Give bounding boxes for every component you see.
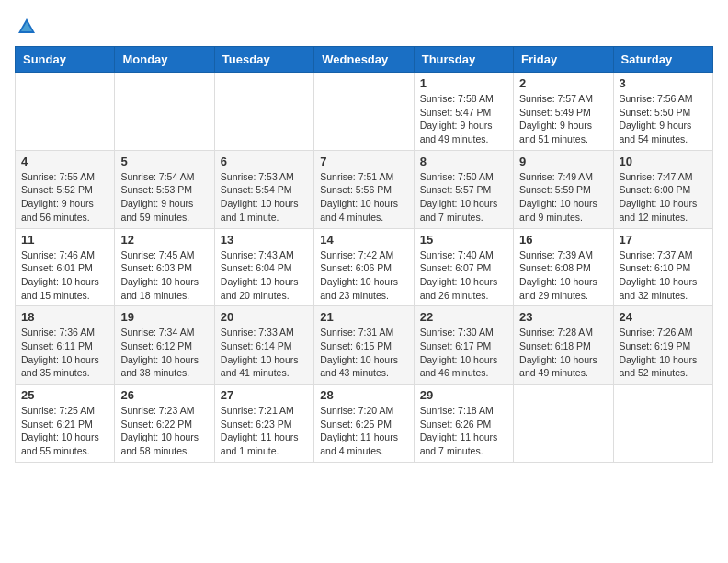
calendar-cell (613, 385, 712, 463)
day-number: 1 (420, 76, 507, 90)
calendar-cell: 11Sunrise: 7:46 AMSunset: 6:01 PMDayligh… (16, 228, 115, 306)
header-day-friday: Friday (514, 47, 613, 73)
page-header (15, 15, 713, 37)
calendar-cell (214, 73, 313, 151)
calendar-week-3: 11Sunrise: 7:46 AMSunset: 6:01 PMDayligh… (16, 228, 713, 306)
calendar-cell: 9Sunrise: 7:49 AMSunset: 5:59 PMDaylight… (514, 150, 613, 228)
day-number: 8 (420, 155, 507, 168)
calendar-cell: 20Sunrise: 7:33 AMSunset: 6:14 PMDayligh… (214, 306, 313, 385)
calendar-cell: 21Sunrise: 7:31 AMSunset: 6:15 PMDayligh… (314, 306, 414, 385)
day-number: 27 (221, 388, 308, 402)
header-day-thursday: Thursday (414, 47, 513, 73)
calendar-cell: 18Sunrise: 7:36 AMSunset: 6:11 PMDayligh… (16, 306, 115, 385)
calendar-cell: 5Sunrise: 7:54 AMSunset: 5:53 PMDaylight… (115, 150, 214, 228)
day-info: Sunrise: 7:36 AMSunset: 6:11 PMDaylight:… (21, 326, 108, 380)
day-info: Sunrise: 7:21 AMSunset: 6:23 PMDaylight:… (221, 404, 308, 458)
header-day-wednesday: Wednesday (314, 47, 414, 73)
day-number: 12 (120, 233, 208, 247)
calendar-cell: 3Sunrise: 7:56 AMSunset: 5:50 PMDaylight… (613, 73, 712, 151)
calendar-week-2: 4Sunrise: 7:55 AMSunset: 5:52 PMDaylight… (16, 150, 713, 228)
day-number: 17 (620, 233, 707, 247)
calendar-cell (16, 73, 115, 151)
calendar-cell (314, 73, 414, 151)
calendar-cell: 17Sunrise: 7:37 AMSunset: 6:10 PMDayligh… (613, 228, 712, 306)
calendar-cell (514, 385, 613, 463)
day-number: 25 (21, 388, 108, 402)
header-day-monday: Monday (115, 47, 214, 73)
calendar-cell: 1Sunrise: 7:58 AMSunset: 5:47 PMDaylight… (414, 73, 513, 151)
header-day-tuesday: Tuesday (214, 47, 313, 73)
calendar-cell: 29Sunrise: 7:18 AMSunset: 6:26 PMDayligh… (414, 385, 513, 463)
calendar-cell: 6Sunrise: 7:53 AMSunset: 5:54 PMDaylight… (214, 150, 313, 228)
day-info: Sunrise: 7:53 AMSunset: 5:54 PMDaylight:… (221, 170, 308, 224)
day-number: 29 (420, 388, 507, 402)
day-number: 10 (620, 155, 707, 168)
day-number: 7 (320, 155, 407, 168)
calendar-cell (115, 73, 214, 151)
day-info: Sunrise: 7:58 AMSunset: 5:47 PMDaylight:… (420, 92, 507, 146)
day-info: Sunrise: 7:49 AMSunset: 5:59 PMDaylight:… (519, 170, 607, 224)
calendar-cell: 25Sunrise: 7:25 AMSunset: 6:21 PMDayligh… (16, 385, 115, 463)
calendar-cell: 2Sunrise: 7:57 AMSunset: 5:49 PMDaylight… (514, 73, 613, 151)
day-number: 24 (620, 310, 707, 324)
day-number: 11 (21, 233, 108, 247)
day-info: Sunrise: 7:42 AMSunset: 6:06 PMDaylight:… (320, 248, 407, 303)
header-day-sunday: Sunday (16, 47, 115, 73)
day-info: Sunrise: 7:43 AMSunset: 6:04 PMDaylight:… (221, 248, 308, 303)
day-info: Sunrise: 7:50 AMSunset: 5:57 PMDaylight:… (420, 170, 507, 224)
day-number: 16 (519, 233, 607, 247)
day-number: 20 (221, 310, 308, 324)
logo (15, 15, 37, 37)
calendar-cell: 28Sunrise: 7:20 AMSunset: 6:25 PMDayligh… (314, 385, 414, 463)
calendar-cell: 10Sunrise: 7:47 AMSunset: 6:00 PMDayligh… (613, 150, 712, 228)
calendar-header-row: SundayMondayTuesdayWednesdayThursdayFrid… (16, 47, 713, 73)
day-info: Sunrise: 7:56 AMSunset: 5:50 PMDaylight:… (620, 92, 707, 146)
day-number: 6 (221, 155, 308, 168)
calendar-cell: 8Sunrise: 7:50 AMSunset: 5:57 PMDaylight… (414, 150, 513, 228)
calendar-cell: 15Sunrise: 7:40 AMSunset: 6:07 PMDayligh… (414, 228, 513, 306)
calendar-cell: 19Sunrise: 7:34 AMSunset: 6:12 PMDayligh… (115, 306, 214, 385)
calendar-cell: 14Sunrise: 7:42 AMSunset: 6:06 PMDayligh… (314, 228, 414, 306)
day-info: Sunrise: 7:25 AMSunset: 6:21 PMDaylight:… (21, 404, 108, 458)
day-info: Sunrise: 7:54 AMSunset: 5:53 PMDaylight:… (120, 170, 208, 224)
day-info: Sunrise: 7:18 AMSunset: 6:26 PMDaylight:… (420, 404, 507, 458)
day-info: Sunrise: 7:23 AMSunset: 6:22 PMDaylight:… (120, 404, 208, 458)
day-number: 4 (21, 155, 108, 168)
day-number: 18 (21, 310, 108, 324)
day-info: Sunrise: 7:26 AMSunset: 6:19 PMDaylight:… (620, 326, 707, 380)
calendar-week-5: 25Sunrise: 7:25 AMSunset: 6:21 PMDayligh… (16, 385, 713, 463)
calendar-cell: 12Sunrise: 7:45 AMSunset: 6:03 PMDayligh… (115, 228, 214, 306)
day-number: 22 (420, 310, 507, 324)
day-number: 9 (519, 155, 607, 168)
day-info: Sunrise: 7:34 AMSunset: 6:12 PMDaylight:… (120, 326, 208, 380)
calendar-cell: 4Sunrise: 7:55 AMSunset: 5:52 PMDaylight… (16, 150, 115, 228)
day-info: Sunrise: 7:20 AMSunset: 6:25 PMDaylight:… (320, 404, 407, 458)
day-info: Sunrise: 7:40 AMSunset: 6:07 PMDaylight:… (420, 248, 507, 303)
day-number: 26 (120, 388, 208, 402)
day-info: Sunrise: 7:46 AMSunset: 6:01 PMDaylight:… (21, 248, 108, 303)
day-info: Sunrise: 7:45 AMSunset: 6:03 PMDaylight:… (120, 248, 208, 303)
day-info: Sunrise: 7:28 AMSunset: 6:18 PMDaylight:… (519, 326, 607, 380)
day-number: 19 (120, 310, 208, 324)
day-info: Sunrise: 7:47 AMSunset: 6:00 PMDaylight:… (620, 170, 707, 224)
calendar-cell: 23Sunrise: 7:28 AMSunset: 6:18 PMDayligh… (514, 306, 613, 385)
day-info: Sunrise: 7:51 AMSunset: 5:56 PMDaylight:… (320, 170, 407, 224)
calendar-cell: 27Sunrise: 7:21 AMSunset: 6:23 PMDayligh… (214, 385, 313, 463)
header-day-saturday: Saturday (613, 47, 712, 73)
day-info: Sunrise: 7:39 AMSunset: 6:08 PMDaylight:… (519, 248, 607, 303)
day-info: Sunrise: 7:31 AMSunset: 6:15 PMDaylight:… (320, 326, 407, 380)
day-info: Sunrise: 7:37 AMSunset: 6:10 PMDaylight:… (620, 248, 707, 303)
day-number: 13 (221, 233, 308, 247)
day-number: 5 (120, 155, 208, 168)
calendar-cell: 22Sunrise: 7:30 AMSunset: 6:17 PMDayligh… (414, 306, 513, 385)
calendar-cell: 7Sunrise: 7:51 AMSunset: 5:56 PMDaylight… (314, 150, 414, 228)
day-number: 2 (519, 76, 607, 90)
logo-icon (17, 17, 37, 37)
day-number: 23 (519, 310, 607, 324)
calendar-cell: 24Sunrise: 7:26 AMSunset: 6:19 PMDayligh… (613, 306, 712, 385)
calendar-cell: 16Sunrise: 7:39 AMSunset: 6:08 PMDayligh… (514, 228, 613, 306)
calendar-cell: 26Sunrise: 7:23 AMSunset: 6:22 PMDayligh… (115, 385, 214, 463)
calendar-week-1: 1Sunrise: 7:58 AMSunset: 5:47 PMDaylight… (16, 73, 713, 151)
day-info: Sunrise: 7:57 AMSunset: 5:49 PMDaylight:… (519, 92, 607, 146)
day-number: 14 (320, 233, 407, 247)
